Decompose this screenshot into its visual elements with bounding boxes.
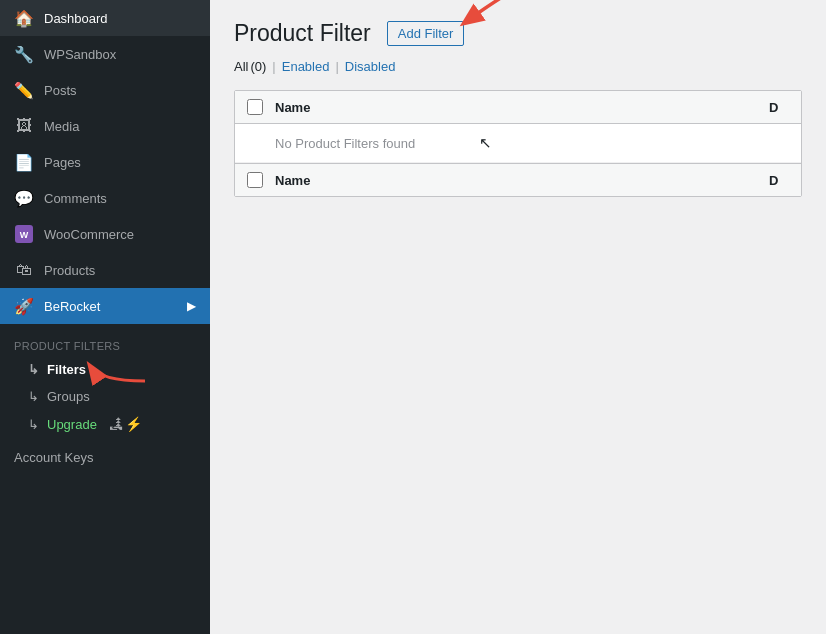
sidebar-item-label: Pages — [44, 155, 81, 170]
col-name-footer: Name — [275, 173, 769, 188]
cursor-icon: ↖ — [479, 134, 492, 151]
sidebar-item-label: BeRocket — [44, 299, 100, 314]
red-arrow-add-filter — [454, 0, 534, 36]
tab-enabled[interactable]: Enabled — [282, 59, 330, 74]
sidebar-submenu: Product Filters ↳ Filters ↳ Groups — [0, 328, 210, 473]
filters-table: Name D No Product Filters found ↖ Name D — [234, 90, 802, 197]
section-label: Product Filters — [0, 328, 210, 356]
sidebar-item-label: Posts — [44, 83, 77, 98]
products-icon: 🛍 — [14, 260, 34, 280]
posts-icon: ✏️ — [14, 80, 34, 100]
tab-all-count: (0) — [250, 59, 266, 74]
footer-select-all-checkbox[interactable] — [247, 172, 263, 188]
col-name-header: Name — [275, 100, 769, 115]
add-filter-container: Add Filter — [387, 21, 465, 46]
page-title: Product Filter — [234, 20, 371, 47]
sidebar-submenu-upgrade[interactable]: ↳ Upgrade 🏞 ⚡ — [0, 410, 210, 438]
account-keys-label: Account Keys — [14, 450, 94, 465]
pages-icon: 📄 — [14, 152, 34, 172]
sidebar-item-label: Media — [44, 119, 79, 134]
submenu-arrow-icon: ↳ — [28, 417, 39, 432]
page-header: Product Filter Add Filter — [234, 20, 802, 47]
select-all-checkbox[interactable] — [247, 99, 263, 115]
tab-all[interactable]: All — [234, 59, 248, 74]
separator-2: | — [335, 59, 338, 74]
sidebar-item-label: WPSandbox — [44, 47, 116, 62]
sidebar-submenu-groups[interactable]: ↳ Groups — [0, 383, 210, 410]
berocket-icon: 🚀 — [14, 296, 34, 316]
media-icon: 🖼 — [14, 116, 34, 136]
lightning-icon: ⚡ — [125, 416, 142, 432]
tab-disabled[interactable]: Disabled — [345, 59, 396, 74]
sidebar-item-posts[interactable]: ✏️ Posts — [0, 72, 210, 108]
wpsandbox-icon: 🔧 — [14, 44, 34, 64]
active-indicator: ▶ — [187, 299, 196, 313]
no-results-text: No Product Filters found — [275, 136, 415, 151]
svg-text:W: W — [20, 230, 29, 240]
submenu-label: Groups — [47, 389, 90, 404]
sidebar-item-comments[interactable]: 💬 Comments — [0, 180, 210, 216]
sidebar-item-label: WooCommerce — [44, 227, 134, 242]
sidebar-item-wpsandbox[interactable]: 🔧 WPSandbox — [0, 36, 210, 72]
dashboard-icon: 🏠 — [14, 8, 34, 28]
sidebar-submenu-filters[interactable]: ↳ Filters — [0, 356, 100, 383]
sidebar-item-dashboard[interactable]: 🏠 Dashboard — [0, 0, 210, 36]
add-filter-button[interactable]: Add Filter — [387, 21, 465, 46]
sidebar-item-account-keys[interactable]: Account Keys — [0, 438, 210, 473]
sidebar-item-label: Comments — [44, 191, 107, 206]
sidebar-item-media[interactable]: 🖼 Media — [0, 108, 210, 144]
comments-icon: 💬 — [14, 188, 34, 208]
col-d-header: D — [769, 100, 789, 115]
upgrade-icons: 🏞 ⚡ — [109, 416, 142, 432]
main-content: Product Filter Add Filter All (0) | Enab… — [210, 0, 826, 634]
sidebar-item-woocommerce[interactable]: W WooCommerce — [0, 216, 210, 252]
col-d-footer: D — [769, 173, 789, 188]
sidebar: 🏠 Dashboard 🔧 WPSandbox ✏️ Posts 🖼 Media… — [0, 0, 210, 634]
submenu-arrow-icon: ↳ — [28, 389, 39, 404]
woocommerce-icon: W — [14, 224, 34, 244]
sidebar-item-label: Products — [44, 263, 95, 278]
sidebar-item-pages[interactable]: 📄 Pages — [0, 144, 210, 180]
sidebar-item-label: Dashboard — [44, 11, 108, 26]
image-icon: 🏞 — [109, 416, 123, 432]
table-footer-row: Name D — [235, 163, 801, 196]
empty-state-message: No Product Filters found ↖ — [235, 124, 801, 163]
submenu-label: Filters — [47, 362, 86, 377]
separator-1: | — [272, 59, 275, 74]
filter-tabs: All (0) | Enabled | Disabled — [234, 59, 802, 74]
submenu-arrow-icon: ↳ — [28, 362, 39, 377]
sidebar-item-products[interactable]: 🛍 Products — [0, 252, 210, 288]
table-header-row: Name D — [235, 91, 801, 124]
sidebar-item-berocket[interactable]: 🚀 BeRocket ▶ — [0, 288, 210, 324]
submenu-label-upgrade: Upgrade — [47, 417, 97, 432]
